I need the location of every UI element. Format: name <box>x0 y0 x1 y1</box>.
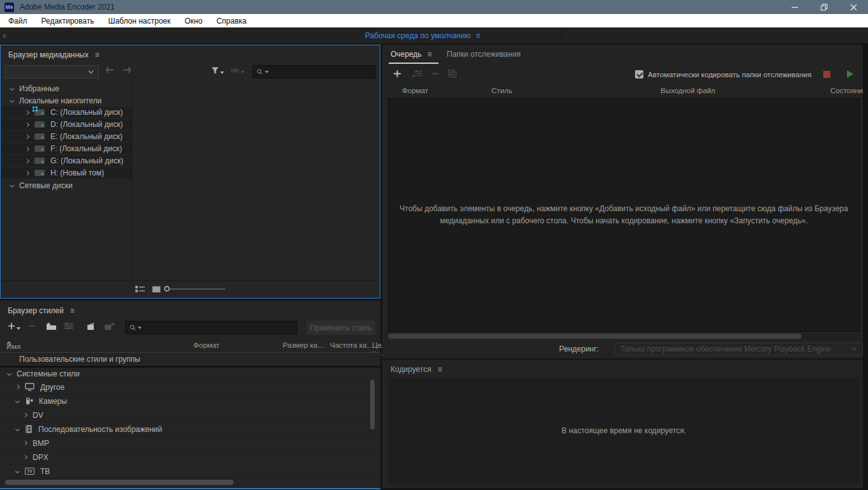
add-preset-button[interactable] <box>8 322 20 330</box>
menu-window[interactable]: Окно <box>177 14 209 27</box>
location-dropdown[interactable] <box>4 65 99 78</box>
column-preset[interactable]: Стиль <box>491 87 513 94</box>
chevron-right-icon[interactable] <box>25 158 29 163</box>
chevron-down-icon[interactable] <box>15 427 20 431</box>
preset-settings-button[interactable] <box>64 322 73 330</box>
chevron-down-icon[interactable] <box>10 98 14 103</box>
chevron-down-icon[interactable] <box>7 371 11 376</box>
window-controls <box>780 0 868 14</box>
column-output-file[interactable]: Выходной файл <box>661 87 715 94</box>
stop-queue-button[interactable] <box>823 71 830 78</box>
preset-group-cameras[interactable]: Камеры <box>0 394 380 408</box>
remove-preset-button[interactable] <box>28 322 36 330</box>
chevron-right-icon[interactable] <box>23 455 27 459</box>
back-button[interactable] <box>105 66 114 73</box>
panel-menu-icon[interactable]: ≡ <box>70 306 75 315</box>
apply-preset-button[interactable]: Применить стиль <box>306 320 375 335</box>
preset-group-image-sequence[interactable]: Последовательность изображений <box>0 422 380 436</box>
menu-help[interactable]: Справка <box>209 14 253 27</box>
media-search-field[interactable] <box>252 65 376 78</box>
tab-watch-folders[interactable]: Папки отслеживания <box>447 50 521 59</box>
thumbnail-view-button[interactable] <box>152 286 161 293</box>
preset-row-label: Другое <box>40 383 64 392</box>
preset-group-bmp[interactable]: BMP <box>0 436 380 450</box>
horizontal-scrollbar[interactable] <box>5 480 375 485</box>
preset-group-other[interactable]: Другое <box>0 380 380 394</box>
add-source-button[interactable] <box>393 70 401 78</box>
duplicate-button[interactable] <box>448 70 457 78</box>
add-output-button[interactable] <box>412 70 423 78</box>
tree-item-drive-e[interactable]: E: (Локальный диск) <box>1 131 131 143</box>
chevron-down-icon[interactable] <box>15 399 20 403</box>
panel-menu-icon[interactable]: ≡ <box>95 50 100 59</box>
panel-menu-icon[interactable]: ≡ <box>428 50 432 59</box>
slider-knob[interactable] <box>164 286 170 292</box>
chevron-right-icon[interactable] <box>23 413 27 417</box>
queue-list-area[interactable]: Чтобы добавить элементы в очередь, нажми… <box>388 98 860 332</box>
column-format[interactable]: Формат <box>402 87 428 94</box>
menu-preset[interactable]: Шаблон настроек <box>101 14 177 27</box>
menu-file[interactable]: Файл <box>1 14 34 27</box>
tree-item-drive-h[interactable]: H: (Новый том) <box>1 167 131 179</box>
import-preset-button[interactable] <box>86 322 96 330</box>
preset-group-dpx[interactable]: DPX <box>0 450 380 464</box>
chevron-down-icon[interactable] <box>10 183 14 188</box>
scrollbar-thumb[interactable] <box>388 334 802 339</box>
chevron-down-icon[interactable] <box>10 86 14 91</box>
preset-search-input[interactable] <box>144 323 293 332</box>
restore-button[interactable] <box>809 0 839 14</box>
remove-item-button[interactable] <box>431 70 440 78</box>
tree-item-local-drives[interactable]: Локальные накопители <box>1 94 131 107</box>
tree-item-drive-f[interactable]: F: (Локальный диск) <box>1 143 131 155</box>
panel-menu-icon[interactable]: ≡ <box>3 33 6 40</box>
minus-icon <box>431 70 440 78</box>
menu-edit[interactable]: Редактировать <box>34 14 101 27</box>
chevron-right-icon[interactable] <box>15 385 20 389</box>
chevron-right-icon[interactable] <box>25 146 29 151</box>
column-format[interactable]: Формат <box>193 341 220 349</box>
renderer-dropdown[interactable]: Только программное обеспечение Mercury P… <box>615 343 863 355</box>
chevron-right-icon[interactable] <box>23 441 27 445</box>
workspace-menu-icon[interactable]: ≡ <box>475 31 480 40</box>
preset-group-system[interactable]: Системные стили <box>0 366 380 380</box>
chevron-right-icon[interactable] <box>25 110 29 114</box>
column-frame-size[interactable]: Размер ка… <box>283 341 325 349</box>
auto-encode-checkbox[interactable] <box>635 70 643 78</box>
minimize-button[interactable] <box>780 0 809 14</box>
queue-empty-message: Чтобы добавить элементы в очередь, нажми… <box>400 203 848 227</box>
column-status[interactable]: Состояни <box>830 87 863 94</box>
chevron-right-icon[interactable] <box>25 134 29 138</box>
preset-group-tv[interactable]: TV ТВ <box>0 464 380 479</box>
chevron-right-icon[interactable] <box>25 170 29 175</box>
preview-toggle-button[interactable] <box>230 68 244 73</box>
list-view-button[interactable] <box>135 285 145 293</box>
column-preset-name[interactable]: Имя стиля <box>6 341 11 347</box>
tree-item-favorites[interactable]: Избранные <box>1 82 131 94</box>
media-search-input[interactable] <box>271 68 371 77</box>
tree-item-drive-g[interactable]: G: (Локальный диск) <box>1 155 131 167</box>
panel-menu-icon[interactable]: ≡ <box>438 365 442 374</box>
tree-item-drive-c[interactable]: C: (Локальный диск) <box>1 107 131 119</box>
chevron-down-icon[interactable] <box>15 469 20 473</box>
column-frame-rate[interactable]: Частота ка… <box>330 341 374 349</box>
export-preset-button[interactable] <box>104 322 114 330</box>
auto-encode-watch-folders[interactable]: Автоматически кодировать папки отслежива… <box>635 70 811 78</box>
preset-search-field[interactable] <box>125 321 297 334</box>
chevron-right-icon[interactable] <box>25 122 29 126</box>
scrollbar-thumb[interactable] <box>5 480 234 485</box>
preset-group-user[interactable]: Пользовательские стили и группы <box>0 352 380 366</box>
tab-queue[interactable]: Очередь ≡ <box>391 50 432 59</box>
create-group-button[interactable] <box>46 322 57 330</box>
close-button[interactable] <box>839 0 868 14</box>
filter-button[interactable] <box>211 67 224 74</box>
preset-group-dv[interactable]: DV <box>0 408 380 422</box>
horizontal-scrollbar[interactable] <box>388 334 860 339</box>
vertical-scrollbar[interactable] <box>370 380 375 429</box>
start-queue-button[interactable] <box>847 70 853 78</box>
encoding-empty-message: В настоящее время не кодируется. <box>562 426 686 435</box>
workspace-tab[interactable]: Рабочая среда по умолчанию ≡ <box>365 27 480 43</box>
thumbnail-zoom-slider[interactable] <box>164 288 225 290</box>
forward-button[interactable] <box>123 66 131 73</box>
tree-item-drive-d[interactable]: D: (Локальный диск) <box>1 119 131 131</box>
tree-item-network-drives[interactable]: Сетевые диски <box>1 179 131 191</box>
